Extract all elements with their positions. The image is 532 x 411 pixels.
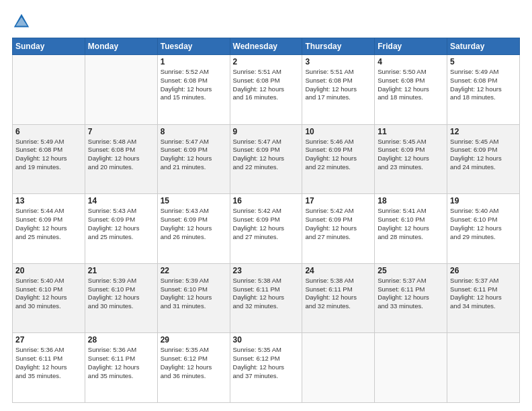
calendar-cell: 25Sunrise: 5:37 AM Sunset: 6:11 PM Dayli…: [375, 263, 447, 333]
calendar-cell: 6Sunrise: 5:49 AM Sunset: 6:08 PM Daylig…: [13, 124, 85, 194]
day-number: 12: [450, 127, 517, 136]
day-info: Sunrise: 5:49 AM Sunset: 6:08 PM Dayligh…: [15, 138, 82, 172]
day-number: 9: [233, 127, 300, 136]
calendar-cell: [85, 55, 157, 125]
day-number: 11: [378, 127, 444, 136]
day-number: 8: [161, 127, 227, 136]
day-info: Sunrise: 5:36 AM Sunset: 6:11 PM Dayligh…: [88, 346, 154, 380]
day-number: 15: [161, 196, 227, 205]
day-number: 17: [305, 196, 371, 205]
day-info: Sunrise: 5:42 AM Sunset: 6:09 PM Dayligh…: [233, 207, 300, 241]
calendar-table: SundayMondayTuesdayWednesdayThursdayFrid…: [12, 38, 520, 403]
day-number: 27: [15, 335, 82, 345]
day-number: 5: [450, 57, 517, 66]
day-number: 21: [88, 266, 154, 275]
day-number: 19: [450, 196, 517, 205]
day-info: Sunrise: 5:45 AM Sunset: 6:09 PM Dayligh…: [450, 138, 517, 172]
day-number: 16: [233, 196, 300, 205]
page: SundayMondayTuesdayWednesdayThursdayFrid…: [0, 0, 532, 411]
day-number: 29: [161, 335, 227, 345]
day-info: Sunrise: 5:37 AM Sunset: 6:11 PM Dayligh…: [450, 277, 517, 311]
day-info: Sunrise: 5:42 AM Sunset: 6:09 PM Dayligh…: [305, 207, 371, 241]
calendar-cell: [375, 333, 447, 403]
day-number: 10: [305, 127, 371, 136]
calendar-cell: 2Sunrise: 5:51 AM Sunset: 6:08 PM Daylig…: [230, 55, 302, 125]
day-number: 28: [88, 335, 154, 345]
day-number: 3: [305, 57, 371, 66]
week-row-2: 6Sunrise: 5:49 AM Sunset: 6:08 PM Daylig…: [13, 124, 520, 194]
week-row-4: 20Sunrise: 5:40 AM Sunset: 6:10 PM Dayli…: [13, 263, 520, 333]
calendar-cell: 15Sunrise: 5:43 AM Sunset: 6:09 PM Dayli…: [157, 194, 230, 264]
calendar-cell: 29Sunrise: 5:35 AM Sunset: 6:12 PM Dayli…: [157, 333, 230, 403]
calendar-cell: 22Sunrise: 5:39 AM Sunset: 6:10 PM Dayli…: [157, 263, 230, 333]
week-row-5: 27Sunrise: 5:36 AM Sunset: 6:11 PM Dayli…: [13, 333, 520, 403]
day-info: Sunrise: 5:47 AM Sunset: 6:09 PM Dayligh…: [233, 138, 300, 172]
day-number: 1: [161, 57, 227, 66]
day-number: 14: [88, 196, 154, 205]
day-number: 22: [161, 266, 227, 275]
day-info: Sunrise: 5:38 AM Sunset: 6:11 PM Dayligh…: [305, 277, 371, 311]
calendar-cell: 27Sunrise: 5:36 AM Sunset: 6:11 PM Dayli…: [13, 333, 85, 403]
day-info: Sunrise: 5:36 AM Sunset: 6:11 PM Dayligh…: [15, 346, 82, 380]
day-number: 26: [450, 266, 517, 275]
calendar-cell: 4Sunrise: 5:50 AM Sunset: 6:08 PM Daylig…: [375, 55, 447, 125]
week-row-1: 1Sunrise: 5:52 AM Sunset: 6:08 PM Daylig…: [13, 55, 520, 125]
day-number: 23: [233, 266, 300, 275]
day-info: Sunrise: 5:40 AM Sunset: 6:10 PM Dayligh…: [450, 207, 517, 241]
calendar-cell: 7Sunrise: 5:48 AM Sunset: 6:08 PM Daylig…: [85, 124, 157, 194]
day-info: Sunrise: 5:39 AM Sunset: 6:10 PM Dayligh…: [161, 277, 227, 311]
week-row-3: 13Sunrise: 5:44 AM Sunset: 6:09 PM Dayli…: [13, 194, 520, 264]
calendar-cell: 1Sunrise: 5:52 AM Sunset: 6:08 PM Daylig…: [157, 55, 230, 125]
day-number: 18: [378, 196, 444, 205]
day-info: Sunrise: 5:40 AM Sunset: 6:10 PM Dayligh…: [15, 277, 82, 311]
day-info: Sunrise: 5:38 AM Sunset: 6:11 PM Dayligh…: [233, 277, 300, 311]
calendar-cell: 20Sunrise: 5:40 AM Sunset: 6:10 PM Dayli…: [13, 263, 85, 333]
calendar-cell: 21Sunrise: 5:39 AM Sunset: 6:10 PM Dayli…: [85, 263, 157, 333]
calendar-cell: [302, 333, 375, 403]
header: [12, 12, 520, 31]
calendar-cell: 26Sunrise: 5:37 AM Sunset: 6:11 PM Dayli…: [447, 263, 520, 333]
day-number: 4: [378, 57, 444, 66]
day-info: Sunrise: 5:46 AM Sunset: 6:09 PM Dayligh…: [305, 138, 371, 172]
calendar-cell: 17Sunrise: 5:42 AM Sunset: 6:09 PM Dayli…: [302, 194, 375, 264]
calendar-cell: 13Sunrise: 5:44 AM Sunset: 6:09 PM Dayli…: [13, 194, 85, 264]
day-info: Sunrise: 5:44 AM Sunset: 6:09 PM Dayligh…: [15, 207, 82, 241]
day-info: Sunrise: 5:50 AM Sunset: 6:08 PM Dayligh…: [378, 68, 444, 102]
day-info: Sunrise: 5:48 AM Sunset: 6:08 PM Dayligh…: [88, 138, 154, 172]
day-info: Sunrise: 5:35 AM Sunset: 6:12 PM Dayligh…: [233, 346, 300, 380]
day-number: 6: [15, 127, 82, 136]
day-info: Sunrise: 5:49 AM Sunset: 6:08 PM Dayligh…: [450, 68, 517, 102]
weekday-header-wednesday: Wednesday: [230, 38, 302, 55]
calendar-cell: 5Sunrise: 5:49 AM Sunset: 6:08 PM Daylig…: [447, 55, 520, 125]
weekday-header-row: SundayMondayTuesdayWednesdayThursdayFrid…: [13, 38, 520, 55]
calendar-cell: 19Sunrise: 5:40 AM Sunset: 6:10 PM Dayli…: [447, 194, 520, 264]
calendar-cell: 9Sunrise: 5:47 AM Sunset: 6:09 PM Daylig…: [230, 124, 302, 194]
calendar-cell: 14Sunrise: 5:43 AM Sunset: 6:09 PM Dayli…: [85, 194, 157, 264]
weekday-header-friday: Friday: [375, 38, 447, 55]
weekday-header-saturday: Saturday: [447, 38, 520, 55]
calendar-cell: [13, 55, 85, 125]
day-number: 20: [15, 266, 82, 275]
calendar-cell: 8Sunrise: 5:47 AM Sunset: 6:09 PM Daylig…: [157, 124, 230, 194]
logo-icon: [12, 12, 31, 31]
day-number: 13: [15, 196, 82, 205]
day-info: Sunrise: 5:47 AM Sunset: 6:09 PM Dayligh…: [161, 138, 227, 172]
weekday-header-monday: Monday: [85, 38, 157, 55]
day-info: Sunrise: 5:39 AM Sunset: 6:10 PM Dayligh…: [88, 277, 154, 311]
calendar-cell: [447, 333, 520, 403]
calendar-cell: 23Sunrise: 5:38 AM Sunset: 6:11 PM Dayli…: [230, 263, 302, 333]
day-info: Sunrise: 5:52 AM Sunset: 6:08 PM Dayligh…: [161, 68, 227, 102]
weekday-header-thursday: Thursday: [302, 38, 375, 55]
day-number: 7: [88, 127, 154, 136]
day-number: 2: [233, 57, 300, 66]
day-number: 30: [233, 335, 300, 345]
day-info: Sunrise: 5:45 AM Sunset: 6:09 PM Dayligh…: [378, 138, 444, 172]
calendar-cell: 16Sunrise: 5:42 AM Sunset: 6:09 PM Dayli…: [230, 194, 302, 264]
day-info: Sunrise: 5:35 AM Sunset: 6:12 PM Dayligh…: [161, 346, 227, 380]
day-info: Sunrise: 5:51 AM Sunset: 6:08 PM Dayligh…: [305, 68, 371, 102]
calendar-cell: 3Sunrise: 5:51 AM Sunset: 6:08 PM Daylig…: [302, 55, 375, 125]
calendar-cell: 18Sunrise: 5:41 AM Sunset: 6:10 PM Dayli…: [375, 194, 447, 264]
calendar-cell: 30Sunrise: 5:35 AM Sunset: 6:12 PM Dayli…: [230, 333, 302, 403]
day-info: Sunrise: 5:41 AM Sunset: 6:10 PM Dayligh…: [378, 207, 444, 241]
day-info: Sunrise: 5:43 AM Sunset: 6:09 PM Dayligh…: [161, 207, 227, 241]
